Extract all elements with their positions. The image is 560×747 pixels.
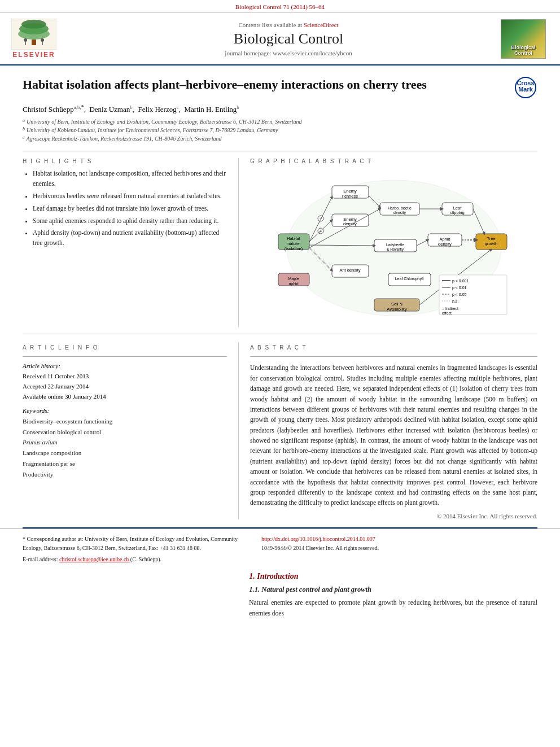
highlight-item: Aphid density (top-down) and nutrient av… (33, 228, 227, 248)
svg-text:p < 0.01: p < 0.01 (452, 286, 467, 290)
email-note: (C. Schüepp). (130, 556, 161, 562)
journal-homepage: journal homepage: www.elsevier.com/locat… (225, 50, 352, 56)
keywords-list: Biodiversity–ecosystem functioning Conse… (23, 416, 227, 479)
footnotes-area: * Corresponding author at: University of… (0, 528, 560, 564)
elsevier-tree-icon (11, 19, 56, 50)
accepted-date: Accepted 22 January 2014 (23, 382, 227, 392)
article-title: Habitat isolation affects plant–herbivor… (23, 77, 508, 93)
email-line: E-mail address: christof.schuepp@iee.uni… (23, 555, 239, 564)
svg-text:density: density (438, 242, 452, 247)
svg-text:Aphid: Aphid (439, 237, 450, 242)
article-info-column: A R T I C L E I N F O Article history: R… (23, 342, 239, 519)
highlights-list: Habitat isolation, not landscape composi… (23, 169, 227, 248)
sciencedirect-anchor[interactable]: ScienceDirect (304, 21, 339, 28)
svg-text:= Indirect: = Indirect (442, 307, 458, 311)
svg-text:growth: growth (484, 241, 497, 246)
sciencedirect-prefix: Contents lists available at (238, 21, 302, 28)
abstract-text: Understanding the interactions between h… (250, 362, 537, 508)
email-link[interactable]: christof.schuepp@iee.unibe.ch (59, 556, 130, 562)
svg-text:richness: richness (342, 194, 358, 199)
graphical-abstract-column: G R A P H I C A L A B S T R A C T Habita… (239, 158, 537, 327)
svg-point-3 (18, 28, 50, 40)
crossmark-badge[interactable]: Cross Mark (514, 77, 537, 98)
footnotes-left: * Corresponding author at: University of… (23, 535, 239, 564)
journal-cover-area: BiologicalControl (498, 19, 549, 59)
homepage-text: journal homepage: www.elsevier.com/locat… (225, 50, 352, 56)
abstract-copyright: © 2014 Elsevier Inc. All rights reserved… (250, 513, 537, 519)
article-title-section: Habitat isolation affects plant–herbivor… (23, 77, 537, 98)
graphical-abstract-svg: Habitat nature (isolation) Enemy richnes… (275, 169, 513, 327)
keyword-item: Landscape composition (23, 448, 227, 458)
highlight-item: Habitat isolation, not landscape composi… (33, 169, 227, 189)
history-dates: Received 11 October 2013 Accepted 22 Jan… (23, 372, 227, 401)
svg-text:Availability: Availability (387, 307, 407, 312)
svg-text:nature: nature (287, 241, 299, 246)
highlights-column: H I G H L I G H T S Habitat isolation, n… (23, 158, 239, 327)
svg-text:density: density (393, 211, 406, 215)
authors-line: Christof Schüeppa,b,*, Deniz Uzmanb, Fel… (23, 104, 537, 114)
journal-title: Biological Control (234, 30, 343, 47)
elsevier-logo: ELSEVIER (11, 19, 56, 59)
affil-3: c Agroscope Reckenholz-Tänikon, Reckenho… (23, 134, 537, 143)
available-date: Available online 30 January 2014 (23, 392, 227, 402)
article-area: Habitat isolation affects plant–herbivor… (0, 65, 560, 528)
highlight-item: Some aphid enemies responded to aphid de… (33, 216, 227, 226)
abstract-heading: A B S T R A C T (250, 344, 537, 351)
svg-text:Soil N: Soil N (391, 302, 403, 307)
keyword-item: Biodiversity–ecosystem functioning (23, 416, 227, 427)
email-label: E-mail address: (23, 556, 58, 562)
svg-text:clipping: clipping (450, 210, 464, 215)
graphical-abstract-diagram: Habitat nature (isolation) Enemy richnes… (250, 169, 537, 327)
journal-header: ELSEVIER Contents lists available at Sci… (0, 13, 560, 65)
svg-text:& Hoverfly: & Hoverfly (387, 247, 404, 252)
affil-2: b University of Koblenz-Landau, Institut… (23, 126, 537, 134)
abstract-column: A B S T R A C T Understanding the intera… (239, 342, 537, 519)
received-date: Received 11 October 2013 (23, 372, 227, 382)
highlights-heading: H I G H L I G H T S (23, 158, 227, 164)
info-abstract-section: A R T I C L E I N F O Article history: R… (23, 342, 537, 519)
sciencedirect-link[interactable]: Contents lists available at ScienceDirec… (238, 21, 338, 28)
graphical-abstract-heading: G R A P H I C A L A B S T R A C T (250, 158, 537, 164)
keyword-item: Prunus avium (23, 437, 227, 448)
svg-text:n.s.: n.s. (452, 299, 458, 303)
author-4: Martin H. Entling (184, 105, 237, 113)
svg-text:p < 0.05: p < 0.05 (452, 292, 467, 297)
doi-line: http://dx.doi.org/10.1016/j.biocontrol.2… (261, 535, 537, 544)
svg-text:Leaf Chlorophyll: Leaf Chlorophyll (395, 277, 423, 281)
issn-line: 1049-9644/© 2014 Elsevier Inc. All right… (261, 544, 537, 553)
introduction-section: 1. Introduction 1.1. Natural pest contro… (0, 564, 560, 619)
svg-text:Tree: Tree (487, 236, 495, 241)
keyword-item: Productivity (23, 469, 227, 480)
doi-link[interactable]: http://dx.doi.org/10.1016/j.biocontrol.2… (261, 536, 375, 542)
intro-subheading: 1.1. Natural pest control and plant grow… (249, 586, 537, 594)
svg-rect-4 (32, 40, 36, 45)
svg-text:Mark: Mark (518, 86, 533, 93)
elsevier-logo-area: ELSEVIER (11, 19, 79, 59)
corresponding-author-note: * Corresponding author at: University of… (23, 535, 239, 553)
affiliations: a University of Bern, Institute of Ecolo… (23, 117, 537, 143)
svg-point-5 (24, 38, 27, 42)
svg-text:−: − (319, 217, 321, 221)
affil-1: a University of Bern, Institute of Ecolo… (23, 117, 537, 126)
intro-text: Natural enemies are expected to promote … (249, 597, 537, 619)
keyword-item: Conservation biological control (23, 427, 227, 438)
keyword-item: Fragmentation per se (23, 458, 227, 469)
introduction-column: 1. Introduction 1.1. Natural pest contro… (249, 572, 537, 619)
journal-citation-bar: Biological Control 71 (2014) 56–64 (0, 0, 560, 13)
svg-text:Enemy: Enemy (343, 189, 357, 194)
author-1: Christof Schüepp (23, 105, 74, 113)
footnotes-right: http://dx.doi.org/10.1016/j.biocontrol.2… (261, 535, 537, 564)
svg-text:Maple: Maple (288, 277, 299, 281)
svg-point-6 (41, 38, 44, 42)
history-label: Article history: (23, 362, 227, 369)
elsevier-wordmark: ELSEVIER (12, 51, 55, 59)
keywords-label: Keywords: (23, 407, 227, 414)
article-info-heading: A R T I C L E I N F O (23, 344, 227, 351)
journal-cover-image: BiologicalControl (501, 19, 546, 59)
author-2: Deniz Uzman (89, 105, 130, 113)
highlight-item: Leaf damage by beetles did not translate… (33, 204, 227, 214)
journal-header-center: Contents lists available at ScienceDirec… (85, 19, 492, 59)
svg-text:Ant density: Ant density (339, 268, 360, 273)
svg-text:Harbo. beetle: Harbo. beetle (388, 206, 412, 210)
svg-text:effect: effect (442, 311, 452, 315)
